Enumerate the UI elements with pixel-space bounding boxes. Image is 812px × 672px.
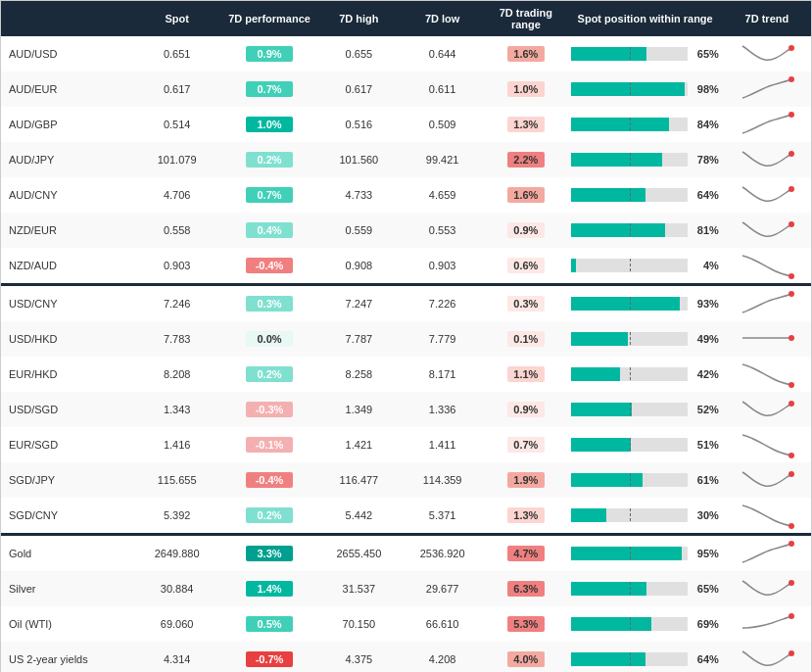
pair-label: SGD/JPY xyxy=(1,462,132,498)
range-value: 1.1% xyxy=(484,357,567,392)
low-value: 0.509 xyxy=(401,107,484,142)
spot-value: 69.060 xyxy=(132,606,221,642)
range-value: 0.3% xyxy=(484,286,567,321)
low-value: 8.171 xyxy=(401,357,484,392)
col-7d-trend: 7D trend xyxy=(723,1,811,36)
spot-value: 0.558 xyxy=(132,213,221,248)
perf-value: 0.4% xyxy=(221,213,316,248)
pair-label: EUR/SGD xyxy=(1,427,132,462)
svg-point-0 xyxy=(788,45,794,51)
high-value: 1.421 xyxy=(317,427,401,462)
spot-value: 101.079 xyxy=(132,142,221,177)
svg-point-15 xyxy=(788,580,794,586)
range-value: 1.6% xyxy=(484,36,567,72)
pair-label: AUD/USD xyxy=(1,36,132,72)
spot-value: 8.208 xyxy=(132,357,221,392)
trend-chart xyxy=(723,606,811,642)
trend-chart xyxy=(723,536,811,571)
svg-point-14 xyxy=(788,541,794,547)
col-spot-position: Spot position within range xyxy=(567,1,722,36)
svg-point-9 xyxy=(788,382,794,388)
range-value: 0.9% xyxy=(484,213,567,248)
spot-value: 7.783 xyxy=(132,321,221,357)
spot-position: 84% xyxy=(567,107,722,142)
low-value: 66.610 xyxy=(401,606,484,642)
table-row: SGD/CNY 5.392 0.2% 5.442 5.371 1.3% 30% xyxy=(1,498,811,533)
table-row: Gold 2649.880 3.3% 2655.450 2536.920 4.7… xyxy=(1,536,811,571)
spot-position: 30% xyxy=(567,498,722,533)
spot-value: 7.246 xyxy=(132,286,221,321)
svg-point-1 xyxy=(788,76,794,82)
table-row: SGD/JPY 115.655 -0.4% 116.477 114.359 1.… xyxy=(1,462,811,498)
spot-position: 78% xyxy=(567,142,722,177)
high-value: 70.150 xyxy=(317,606,401,642)
range-value: 1.6% xyxy=(484,177,567,213)
high-value: 1.349 xyxy=(317,392,401,427)
table-row: AUD/EUR 0.617 0.7% 0.617 0.611 1.0% 98% xyxy=(1,72,811,107)
spot-position: 61% xyxy=(567,462,722,498)
high-value: 4.733 xyxy=(317,177,401,213)
low-value: 0.611 xyxy=(401,72,484,107)
high-value: 0.617 xyxy=(317,72,401,107)
high-value: 116.477 xyxy=(317,462,401,498)
trend-chart xyxy=(723,72,811,107)
high-value: 0.559 xyxy=(317,213,401,248)
table-row: NZD/AUD 0.903 -0.4% 0.908 0.903 0.6% 4% xyxy=(1,248,811,283)
low-value: 7.226 xyxy=(401,286,484,321)
svg-point-3 xyxy=(788,151,794,157)
trend-chart xyxy=(723,571,811,606)
perf-value: -0.3% xyxy=(221,392,316,427)
spot-position: 81% xyxy=(567,213,722,248)
high-value: 0.908 xyxy=(317,248,401,283)
perf-value: -0.7% xyxy=(221,642,316,672)
perf-value: -0.1% xyxy=(221,427,316,462)
table-row: US 2-year yields 4.314 -0.7% 4.375 4.208… xyxy=(1,642,811,672)
low-value: 7.779 xyxy=(401,321,484,357)
svg-point-17 xyxy=(788,650,794,656)
col-spot: Spot xyxy=(132,1,221,36)
table-row: USD/CNY 7.246 0.3% 7.247 7.226 0.3% 93% xyxy=(1,286,811,321)
range-value: 0.1% xyxy=(484,321,567,357)
pair-label: NZD/AUD xyxy=(1,248,132,283)
trend-chart xyxy=(723,498,811,533)
trend-chart xyxy=(723,462,811,498)
col-7d-low: 7D low xyxy=(401,1,484,36)
spot-value: 4.314 xyxy=(132,642,221,672)
low-value: 5.371 xyxy=(401,498,484,533)
range-value: 1.9% xyxy=(484,462,567,498)
perf-value: 0.0% xyxy=(221,321,316,357)
high-value: 0.655 xyxy=(317,36,401,72)
table-row: AUD/USD 0.651 0.9% 0.655 0.644 1.6% 65% xyxy=(1,36,811,72)
pair-label: Gold xyxy=(1,536,132,571)
table-row: EUR/SGD 1.416 -0.1% 1.421 1.411 0.7% 51% xyxy=(1,427,811,462)
high-value: 4.375 xyxy=(317,642,401,672)
range-value: 1.3% xyxy=(484,107,567,142)
svg-point-10 xyxy=(788,401,794,407)
perf-value: 0.2% xyxy=(221,357,316,392)
spot-position: 4% xyxy=(567,248,722,283)
table-row: EUR/HKD 8.208 0.2% 8.258 8.171 1.1% 42% xyxy=(1,357,811,392)
high-value: 5.442 xyxy=(317,498,401,533)
table-row: USD/HKD 7.783 0.0% 7.787 7.779 0.1% 49% xyxy=(1,321,811,357)
spot-value: 0.514 xyxy=(132,107,221,142)
spot-position: 69% xyxy=(567,606,722,642)
col-7d-perf: 7D performance xyxy=(221,1,316,36)
svg-point-8 xyxy=(788,335,794,341)
table-row: USD/SGD 1.343 -0.3% 1.349 1.336 0.9% 52% xyxy=(1,392,811,427)
range-value: 4.7% xyxy=(484,536,567,571)
perf-value: 1.4% xyxy=(221,571,316,606)
spot-value: 2649.880 xyxy=(132,536,221,571)
pair-label: Oil (WTI) xyxy=(1,606,132,642)
low-value: 0.903 xyxy=(401,248,484,283)
high-value: 7.787 xyxy=(317,321,401,357)
col-trading-range: 7D trading range xyxy=(484,1,567,36)
pair-label: SGD/CNY xyxy=(1,498,132,533)
perf-value: 0.5% xyxy=(221,606,316,642)
spot-value: 0.617 xyxy=(132,72,221,107)
spot-position: 51% xyxy=(567,427,722,462)
perf-value: 1.0% xyxy=(221,107,316,142)
svg-point-7 xyxy=(788,291,794,297)
perf-value: 0.7% xyxy=(221,72,316,107)
svg-point-2 xyxy=(788,112,794,118)
low-value: 114.359 xyxy=(401,462,484,498)
